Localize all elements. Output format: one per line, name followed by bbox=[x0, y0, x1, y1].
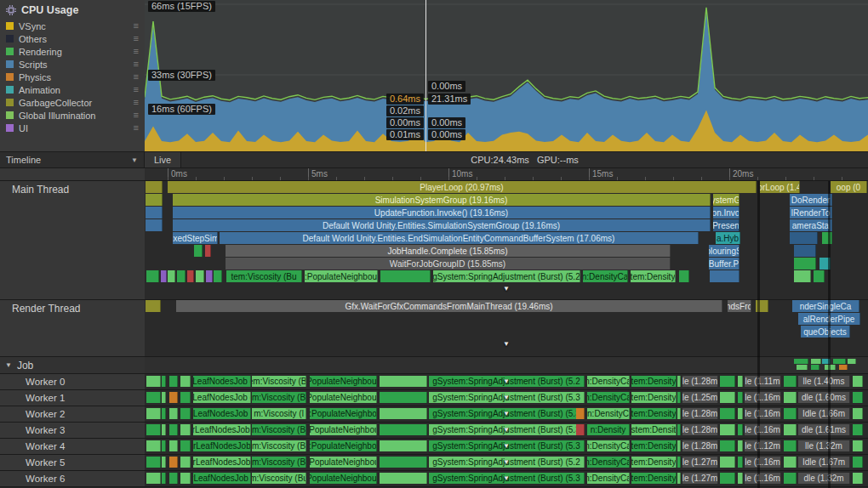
timeline-sample[interactable]: n:DensityCa bbox=[587, 392, 630, 403]
timeline-sample[interactable]: Idle (1.66m bbox=[798, 408, 850, 419]
timeline-sample[interactable]: ndsFro bbox=[728, 300, 751, 312]
timeline-sample-fragment[interactable] bbox=[853, 473, 863, 484]
timeline-sample[interactable]: tem:Viscosity (Bu bbox=[226, 270, 302, 282]
timeline-sample[interactable]: le (1.28m bbox=[682, 440, 718, 451]
timeline-sample[interactable]: m:Viscosity (Bu bbox=[252, 473, 306, 484]
timeline-sample[interactable]: tem:Density bbox=[631, 392, 677, 403]
timeline-sample[interactable]: tem:Density bbox=[631, 270, 676, 282]
track-area-worker-4[interactable]: learLeafNodesJob (Bem:Viscosity (Burs:Po… bbox=[145, 439, 868, 454]
legend-item-global-illumination[interactable]: Global Illumination≡ bbox=[0, 109, 145, 122]
drag-handle-icon[interactable]: ≡ bbox=[134, 85, 139, 94]
timeline-sample-fragment[interactable] bbox=[822, 232, 832, 244]
timeline-sample-fragment[interactable] bbox=[146, 473, 161, 484]
timeline-sample-fragment[interactable] bbox=[822, 359, 831, 364]
cpu-usage-chart[interactable]: 66ms (15FPS)33ms (30FPS)16ms (60FPS)0.00… bbox=[145, 0, 868, 151]
legend-item-ui[interactable]: UI≡ bbox=[0, 122, 145, 134]
track-area-worker-2[interactable]: lNearLeafNodesJob (Bursm:Viscosity (lors… bbox=[145, 406, 868, 422]
timeline-sample-fragment[interactable] bbox=[794, 359, 808, 364]
timeline-sample-fragment[interactable] bbox=[169, 408, 178, 419]
timeline-sample[interactable]: olouringS bbox=[709, 245, 740, 257]
timeline-sample-fragment[interactable] bbox=[146, 270, 159, 282]
timeline-sample-fragment[interactable] bbox=[720, 440, 735, 451]
timeline-sample-fragment[interactable] bbox=[380, 440, 427, 451]
flow-indicator-icon[interactable]: ▼ bbox=[503, 426, 510, 434]
legend-item-others[interactable]: Others≡ bbox=[0, 32, 145, 45]
thread-label-job[interactable]: ▼Job bbox=[0, 357, 145, 373]
timeline-sample[interactable]: rs:PopulateNeighbours ( bbox=[310, 392, 377, 403]
timeline-sample[interactable]: lle (1.40ms bbox=[798, 376, 850, 387]
timeline-sample-fragment[interactable] bbox=[814, 270, 825, 282]
timeline-sample-fragment[interactable] bbox=[380, 473, 427, 484]
timeline-sample-fragment[interactable] bbox=[794, 258, 816, 270]
track-area-main-thread[interactable]: PlayerLoop (20.97ms)orLoop (1.4oop (0Sim… bbox=[145, 181, 868, 299]
timeline-sample[interactable]: n:DensityCa bbox=[587, 473, 630, 484]
timeline-sample-fragment[interactable] bbox=[380, 270, 431, 282]
timeline-sample-fragment[interactable] bbox=[839, 365, 848, 370]
timeline-sample-fragment[interactable] bbox=[576, 424, 585, 435]
timeline-sample[interactable]: learLeafNodesJob (B bbox=[193, 440, 251, 451]
timeline-sample-fragment[interactable] bbox=[790, 232, 818, 244]
timeline-sample-fragment[interactable] bbox=[146, 440, 161, 451]
timeline-sample-fragment[interactable] bbox=[811, 365, 819, 370]
timeline-sample[interactable]: learLeafNodesJob (Bu bbox=[193, 473, 251, 484]
timeline-sample-fragment[interactable] bbox=[784, 473, 797, 484]
timeline-sample[interactable]: SimulationSystemGroup (19.16ms) bbox=[173, 194, 711, 206]
timeline-sample[interactable]: oop (0 bbox=[831, 181, 867, 193]
timeline-sample[interactable]: le (1.27m bbox=[682, 457, 718, 468]
timeline-sample-fragment[interactable] bbox=[162, 408, 166, 419]
timeline-sample-fragment[interactable] bbox=[720, 376, 735, 387]
timeline-sample-fragment[interactable] bbox=[180, 424, 191, 435]
timeline-sample[interactable]: PlayerLoop (20.97ms) bbox=[168, 181, 757, 193]
timeline-sample-fragment[interactable] bbox=[162, 424, 166, 435]
timeline-sample-fragment[interactable] bbox=[720, 408, 735, 419]
timeline-sample-fragment[interactable] bbox=[679, 270, 689, 282]
timeline-sample-fragment[interactable] bbox=[710, 270, 740, 282]
timeline-sample-fragment[interactable] bbox=[146, 457, 161, 468]
timeline-sample[interactable]: le (1.27m bbox=[682, 473, 718, 484]
flow-indicator-icon[interactable]: ▼ bbox=[503, 377, 510, 386]
flow-indicator-icon[interactable]: ▼ bbox=[503, 458, 510, 467]
foldout-arrow-icon[interactable]: ▼ bbox=[5, 361, 12, 369]
timeline-sample[interactable]: le (1.16m bbox=[745, 408, 781, 419]
timeline-sample-fragment[interactable] bbox=[380, 376, 427, 387]
timeline-sample[interactable]: Default World Unity.Entities.SimulationS… bbox=[173, 219, 711, 231]
timeline-sample-fragment[interactable] bbox=[738, 473, 743, 484]
live-toggle-button[interactable]: Live bbox=[145, 152, 181, 167]
timeline-sample-fragment[interactable] bbox=[180, 376, 191, 387]
timeline-sample[interactable]: Buffer.P bbox=[709, 258, 740, 270]
timeline-sample[interactable]: n:DensityCa bbox=[587, 440, 630, 451]
legend-item-animation[interactable]: Animation≡ bbox=[0, 83, 145, 96]
timeline-sample[interactable]: le (1.25m bbox=[682, 392, 718, 403]
timeline-sample-fragment[interactable] bbox=[738, 376, 743, 387]
timeline-sample-fragment[interactable] bbox=[380, 424, 427, 435]
timeline-sample-fragment[interactable] bbox=[177, 270, 186, 282]
timeline-sample[interactable]: Default World Unity.Entities.EndSimulati… bbox=[220, 232, 699, 244]
drag-handle-icon[interactable]: ≡ bbox=[134, 98, 139, 107]
timeline-sample-fragment[interactable] bbox=[677, 457, 681, 468]
timeline-sample-fragment[interactable] bbox=[677, 440, 681, 451]
timeline-sample[interactable]: a.Hyb bbox=[716, 232, 740, 244]
timeline-sample-fragment[interactable] bbox=[180, 473, 191, 484]
timeline-sample[interactable]: earLeafNodesJob (Bu bbox=[193, 392, 251, 403]
flow-indicator-icon[interactable]: ▼ bbox=[503, 394, 510, 402]
timeline-sample[interactable]: n:DensityCa bbox=[587, 376, 630, 387]
drag-handle-icon[interactable]: ≡ bbox=[134, 47, 139, 56]
timeline-sample[interactable]: rs:PopulateNeighbours bbox=[310, 457, 377, 468]
timeline-sample-fragment[interactable] bbox=[162, 473, 166, 484]
flow-indicator-icon[interactable]: ▼ bbox=[503, 442, 510, 451]
flow-indicator-icon[interactable]: ▼ bbox=[503, 474, 510, 483]
timeline-sample-fragment[interactable] bbox=[677, 473, 681, 484]
timeline-sample[interactable]: rs:PopulateNeighbour bbox=[310, 440, 377, 451]
timeline-sample-fragment[interactable] bbox=[380, 408, 427, 419]
timeline-sample-fragment[interactable] bbox=[833, 359, 846, 364]
timeline-sample-fragment[interactable] bbox=[162, 392, 166, 403]
timeline-sample[interactable]: n:DensityC bbox=[587, 408, 630, 419]
timeline-sample[interactable]: alRenderPipe bbox=[798, 313, 860, 325]
legend-item-rendering[interactable]: Rendering≡ bbox=[0, 45, 145, 58]
timeline-sample-fragment[interactable] bbox=[738, 440, 743, 451]
timeline-sample[interactable]: ors:PopulateNeighbours bbox=[310, 408, 377, 419]
timeline-sample-fragment[interactable] bbox=[214, 270, 222, 282]
timeline-sample[interactable]: DoRender bbox=[790, 194, 832, 206]
timeline-sample[interactable]: n:DensityCa bbox=[583, 270, 628, 282]
view-mode-dropdown[interactable]: Timeline ▼ bbox=[0, 152, 145, 167]
